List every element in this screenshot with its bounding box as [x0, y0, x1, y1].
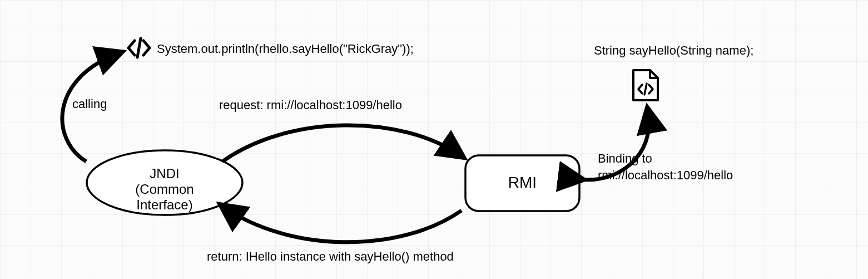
- interface-code-text: String sayHello(String name);: [594, 43, 753, 58]
- return-label: return: IHello instance with sayHello() …: [207, 249, 454, 264]
- calling-label: calling: [72, 97, 107, 111]
- code-file-icon: [633, 70, 658, 100]
- binding-label: Binding to rmi://localhost:1099/hello: [598, 150, 733, 183]
- binding-label-line1: Binding to: [598, 150, 733, 167]
- jndi-label-line1: JNDI: [109, 166, 220, 182]
- caller-code-text: System.out.println(rhello.sayHello("Rick…: [157, 42, 414, 56]
- jndi-label-line2: (Common Interface): [109, 182, 220, 213]
- jndi-node-label: JNDI (Common Interface): [109, 166, 220, 213]
- request-arrow: [222, 125, 462, 161]
- binding-label-line2: rmi://localhost:1099/hello: [598, 167, 733, 184]
- code-icon: [128, 38, 150, 57]
- rmi-node-label: RMI: [465, 174, 579, 192]
- request-label: request: rmi://localhost:1099/hello: [219, 98, 402, 112]
- return-arrow: [222, 206, 462, 242]
- diagram-canvas: [0, 0, 868, 279]
